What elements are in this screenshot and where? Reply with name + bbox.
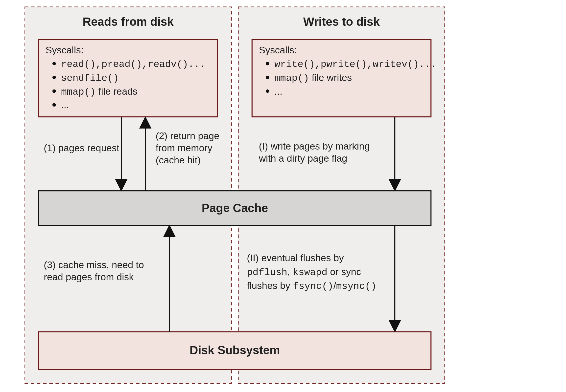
stepII-label-l3: flushes by fsync()/msync() (247, 280, 377, 292)
bullet-icon (266, 62, 269, 65)
writes-bullet3: ... (274, 86, 282, 97)
step3-label-l1: (3) cache miss, need to (44, 260, 144, 270)
step3-label-l2: read pages from disk (44, 272, 134, 282)
reads-bullet1: read(),pread(),readv()... (61, 59, 206, 70)
bullet-icon (266, 76, 269, 79)
reads-bullet2: sendfile() (61, 73, 119, 84)
reads-bullet3: mmap() file reads (61, 86, 138, 98)
step2-label-l2: from memory (156, 143, 212, 153)
page-cache-diagram: Reads from disk Writes to disk Syscalls:… (0, 0, 566, 392)
reads-title: Reads from disk (83, 15, 174, 28)
bullet-icon (52, 103, 56, 107)
stepII-label-l1: (II) eventual flushes by (247, 253, 344, 263)
step1-label: (1) pages request (44, 143, 119, 153)
writes-bullet1: write(),pwrite(),writev()... (274, 59, 436, 70)
bullet-icon (52, 89, 56, 93)
writes-syscalls-label: Syscalls: (259, 45, 297, 55)
writes-title: Writes to disk (303, 15, 380, 28)
stepI-label-l2: with a dirty page flag (259, 153, 347, 164)
bullet-icon (52, 76, 56, 79)
bullet-icon (52, 62, 56, 65)
page-cache-label: Page Cache (202, 201, 268, 215)
stepII-label-l2: pdflush, kswapd or sync (247, 266, 361, 278)
reads-bullet4: ... (61, 100, 69, 110)
reads-syscalls-label: Syscalls: (46, 45, 84, 55)
writes-bullet2: mmap() file writes (274, 72, 352, 84)
disk-subsystem-label: Disk Subsystem (190, 344, 280, 357)
bullet-icon (266, 89, 269, 93)
stepI-label-l1: (I) write pages by marking (259, 141, 370, 152)
step2-label-l3: (cache hit) (156, 155, 201, 165)
step2-label-l1: (2) return page (156, 131, 219, 141)
